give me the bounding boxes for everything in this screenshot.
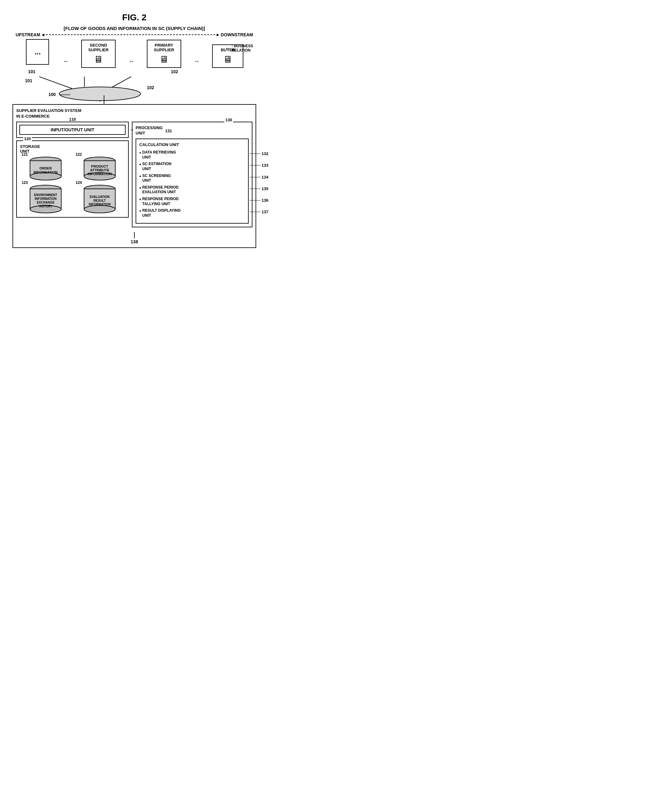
system-outer-box: SUPPLIER EVALUATION SYSTEMIN E-COMMERCE … xyxy=(13,104,256,248)
svg-text:INFORMATION: INFORMATION xyxy=(88,172,111,176)
calc-item-3: • SC SCREENINGUNIT 134 xyxy=(139,174,245,183)
business-relation-legend: ↔ : BUSINESSRELATION xyxy=(225,44,253,53)
network-svg: 101 100 102 xyxy=(10,77,259,102)
ref-102: 102 xyxy=(171,69,178,74)
arrow-2: ↔ xyxy=(128,58,134,68)
db-order-info: 121 ORDER INFORMATION xyxy=(20,156,71,181)
svg-text:ORDER: ORDER xyxy=(39,166,52,170)
calc-item-2-label: SC ESTIMATIONUNIT xyxy=(142,162,172,171)
calc-item-1-label: DATA RETRIEVINGUNIT xyxy=(142,150,176,160)
business-relation-text: : BUSINESSRELATION xyxy=(231,44,253,53)
ref-138-label: 138 xyxy=(16,232,252,244)
svg-text:ENVIRONMENT: ENVIRONMENT xyxy=(34,193,57,197)
primary-supplier-label: PRIMARYSUPPLIER xyxy=(151,43,177,52)
system-inner-layout: INPUT/OUTPUT UNIT 110 → 120 STORAGEUNIT xyxy=(16,121,252,227)
processing-label-row: PROCESSINGUNIT 131 xyxy=(135,125,249,136)
ref-133: 133 xyxy=(261,163,268,168)
calc-item-1: • DATA RETRIEVINGUNIT 132 xyxy=(139,150,245,160)
svg-text:HISTORY: HISTORY xyxy=(39,204,53,208)
primary-supplier-icon: 🖥 xyxy=(151,54,177,65)
processing-unit-label: PROCESSINGUNIT xyxy=(135,125,163,136)
upstream-downstream-row: UPSTREAM ◄ ► DOWNSTREAM xyxy=(13,32,256,37)
svg-line-3 xyxy=(113,77,131,87)
db-grid: 121 ORDER INFORMATION 122 xyxy=(20,156,125,214)
second-supplier-label: SECONDSUPPLIER xyxy=(86,43,111,52)
db-ref-123: 123 xyxy=(22,180,28,185)
system-title: SUPPLIER EVALUATION SYSTEMIN E-COMMERCE xyxy=(16,108,252,119)
calc-item-4: • RESPONSE PERIODEVALUATION UNIT 135 xyxy=(139,185,245,195)
db-env-info: 123 ENVIRONMENT INFORMATION EXCHANGE HIS… xyxy=(20,184,71,214)
downstream-label: DOWNSTREAM xyxy=(221,32,253,37)
flow-header: [FLOW OF GOODS AND INFORMATION IN SC (SU… xyxy=(13,26,256,31)
svg-point-29 xyxy=(84,206,115,213)
cylinder-2-icon: PRODUCT ATTRIBUTE INFORMATION xyxy=(83,156,117,181)
io-storage-section: INPUT/OUTPUT UNIT 110 → 120 STORAGEUNIT xyxy=(16,121,129,227)
network-section: 101 100 102 xyxy=(13,77,256,102)
calc-item-5: • RESPONSE PERIODTALLYING UNIT 136 xyxy=(139,197,245,206)
svg-text:102: 102 xyxy=(147,85,154,90)
io-unit-container: INPUT/OUTPUT UNIT 110 → xyxy=(16,121,129,138)
calc-items-container: • DATA RETRIEVINGUNIT 132 • SC ESTIMATIO… xyxy=(139,150,245,218)
processing-unit: 130 PROCESSINGUNIT 131 CALCULATION UNIT … xyxy=(132,121,252,227)
ref-138-text: 138 xyxy=(131,239,138,244)
second-supplier-icon: 🖥 xyxy=(86,54,111,65)
svg-text:INFORMATION: INFORMATION xyxy=(35,197,57,200)
upstream-label: UPSTREAM xyxy=(16,32,40,37)
page-container: FIG. 2 [FLOW OF GOODS AND INFORMATION IN… xyxy=(6,6,263,254)
svg-point-0 xyxy=(59,87,140,101)
ref-130: 130 xyxy=(224,118,233,122)
ref-120: 120 xyxy=(23,136,32,141)
dashed-arrow-line: ◄ ► xyxy=(43,32,218,37)
calc-unit-box: CALCULATION UNIT • DATA RETRIEVINGUNIT 1… xyxy=(135,139,249,224)
svg-text:RESULT: RESULT xyxy=(93,199,106,202)
ref-131: 131 xyxy=(165,129,172,133)
calc-item-2: • SC ESTIMATIONUNIT 133 xyxy=(139,162,245,171)
arrow-1: ↔ xyxy=(63,58,68,68)
ref-110: 110 xyxy=(68,117,77,121)
io-unit-label: INPUT/OUTPUT UNIT xyxy=(19,125,126,135)
svg-text:INFORMATION: INFORMATION xyxy=(33,171,57,174)
cylinder-4-icon: EVALUATION RESULT INFORMATION xyxy=(83,184,117,214)
db-ref-121: 121 xyxy=(22,152,28,157)
storage-unit-container: 120 STORAGEUNIT 121 ORDER xyxy=(16,141,129,218)
svg-text:100: 100 xyxy=(48,92,56,97)
io-unit-box: INPUT/OUTPUT UNIT xyxy=(16,121,129,138)
svg-text:EVALUATION: EVALUATION xyxy=(90,195,110,198)
storage-unit-label: STORAGEUNIT xyxy=(20,144,125,153)
arrow-3: ↔ xyxy=(194,58,200,68)
nodes-area: ... ↔ SECONDSUPPLIER 🖥 ↔ PRIMARYSUPPLIER… xyxy=(13,39,256,74)
cylinder-3-icon: ENVIRONMENT INFORMATION EXCHANGE HISTORY xyxy=(29,184,63,214)
calc-unit-title: CALCULATION UNIT xyxy=(139,142,245,147)
cylinder-1-icon: ORDER INFORMATION xyxy=(29,156,63,181)
svg-text:EXCHANGE: EXCHANGE xyxy=(37,201,54,204)
calc-item-5-label: RESPONSE PERIODTALLYING UNIT xyxy=(142,197,179,206)
svg-text:PRODUCT: PRODUCT xyxy=(91,165,108,168)
ref-101: 101 xyxy=(28,69,35,74)
svg-text:ATTRIBUTE: ATTRIBUTE xyxy=(90,168,109,172)
nodes-row: ... ↔ SECONDSUPPLIER 🖥 ↔ PRIMARYSUPPLIER… xyxy=(13,39,256,68)
ref-135: 135 xyxy=(261,186,268,191)
ref-132: 132 xyxy=(261,151,268,156)
svg-line-1 xyxy=(39,77,72,88)
ref-134: 134 xyxy=(261,175,268,179)
calc-item-6-label: RESULT DISPLAYINGUNIT xyxy=(142,208,181,218)
second-supplier-node: SECONDSUPPLIER 🖥 xyxy=(81,40,116,68)
calc-item-6: • RESULT DISPLAYINGUNIT 137 xyxy=(139,208,245,218)
fig-title: FIG. 2 xyxy=(13,13,256,22)
calc-item-4-label: RESPONSE PERIODEVALUATION UNIT xyxy=(142,185,179,195)
primary-supplier-node: PRIMARYSUPPLIER 🖥 xyxy=(147,40,181,68)
ref-labels-row: 101 102 xyxy=(13,69,256,74)
db-eval-result: 124 EVALUATION RESULT INFORMATION xyxy=(74,184,125,214)
svg-text:INFORMATION: INFORMATION xyxy=(89,203,111,206)
svg-text:101: 101 xyxy=(25,78,32,83)
db-ref-124: 124 xyxy=(76,180,82,185)
db-product-attr: 122 PRODUCT ATTRIBUTE INFORMATION xyxy=(74,156,125,181)
ref-136: 136 xyxy=(261,198,268,203)
buyer-icon: 🖥 xyxy=(217,54,239,65)
dots-node: ... xyxy=(25,39,50,68)
db-ref-122: 122 xyxy=(76,152,82,157)
calc-item-3-label: SC SCREENINGUNIT xyxy=(142,174,171,183)
ref-137: 137 xyxy=(261,209,268,214)
